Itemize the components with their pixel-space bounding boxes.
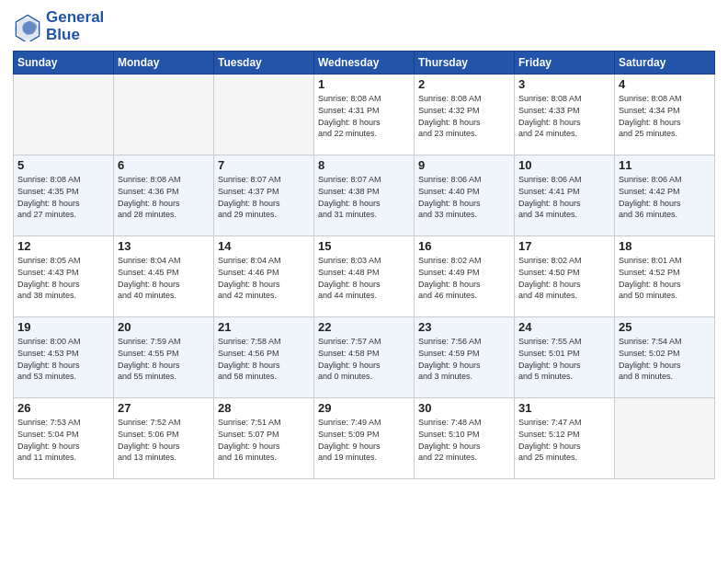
day-info: Sunrise: 7:57 AM Sunset: 4:58 PM Dayligh… xyxy=(318,336,410,382)
day-number: 18 xyxy=(619,239,711,253)
day-cell: 14Sunrise: 8:04 AM Sunset: 4:46 PM Dayli… xyxy=(214,236,314,317)
day-number: 16 xyxy=(418,239,510,253)
day-cell: 25Sunrise: 7:54 AM Sunset: 5:02 PM Dayli… xyxy=(615,317,715,398)
day-number: 14 xyxy=(218,239,310,253)
logo: General Blue xyxy=(13,9,104,43)
day-cell: 27Sunrise: 7:52 AM Sunset: 5:06 PM Dayli… xyxy=(114,398,214,479)
day-info: Sunrise: 7:52 AM Sunset: 5:06 PM Dayligh… xyxy=(118,417,210,463)
day-number: 12 xyxy=(17,239,109,253)
day-number: 2 xyxy=(418,77,510,91)
day-info: Sunrise: 7:56 AM Sunset: 4:59 PM Dayligh… xyxy=(418,336,510,382)
day-number: 15 xyxy=(318,239,410,253)
logo-text: General Blue xyxy=(46,9,104,43)
day-cell: 24Sunrise: 7:55 AM Sunset: 5:01 PM Dayli… xyxy=(515,317,615,398)
day-number: 24 xyxy=(518,320,610,334)
day-cell: 8Sunrise: 8:07 AM Sunset: 4:38 PM Daylig… xyxy=(314,155,415,236)
day-number: 20 xyxy=(118,320,210,334)
day-info: Sunrise: 7:55 AM Sunset: 5:01 PM Dayligh… xyxy=(518,336,610,382)
day-info: Sunrise: 8:07 AM Sunset: 4:37 PM Dayligh… xyxy=(218,174,310,220)
day-info: Sunrise: 8:08 AM Sunset: 4:32 PM Dayligh… xyxy=(418,93,510,139)
day-number: 31 xyxy=(518,401,610,415)
day-cell: 10Sunrise: 8:06 AM Sunset: 4:41 PM Dayli… xyxy=(515,155,615,236)
day-info: Sunrise: 7:59 AM Sunset: 4:55 PM Dayligh… xyxy=(118,336,210,382)
day-cell: 21Sunrise: 7:58 AM Sunset: 4:56 PM Dayli… xyxy=(214,317,314,398)
day-number: 23 xyxy=(418,320,510,334)
day-cell: 11Sunrise: 8:06 AM Sunset: 4:42 PM Dayli… xyxy=(615,155,715,236)
day-number: 8 xyxy=(318,158,410,172)
day-cell: 18Sunrise: 8:01 AM Sunset: 4:52 PM Dayli… xyxy=(615,236,715,317)
day-number: 29 xyxy=(318,401,410,415)
day-number: 11 xyxy=(619,158,711,172)
day-cell: 6Sunrise: 8:08 AM Sunset: 4:36 PM Daylig… xyxy=(114,155,214,236)
day-info: Sunrise: 8:08 AM Sunset: 4:31 PM Dayligh… xyxy=(318,93,410,139)
day-info: Sunrise: 8:07 AM Sunset: 4:38 PM Dayligh… xyxy=(318,174,410,220)
day-number: 22 xyxy=(318,320,410,334)
day-number: 28 xyxy=(218,401,310,415)
day-cell xyxy=(214,75,314,155)
calendar-table: SundayMondayTuesdayWednesdayThursdayFrid… xyxy=(13,51,715,479)
week-row-5: 26Sunrise: 7:53 AM Sunset: 5:04 PM Dayli… xyxy=(14,398,715,479)
day-number: 19 xyxy=(17,320,109,334)
day-info: Sunrise: 8:06 AM Sunset: 4:40 PM Dayligh… xyxy=(418,174,510,220)
day-number: 5 xyxy=(17,158,109,172)
col-header-monday: Monday xyxy=(114,52,214,75)
week-row-3: 12Sunrise: 8:05 AM Sunset: 4:43 PM Dayli… xyxy=(14,236,715,317)
day-info: Sunrise: 8:08 AM Sunset: 4:35 PM Dayligh… xyxy=(17,174,109,220)
day-cell: 1Sunrise: 8:08 AM Sunset: 4:31 PM Daylig… xyxy=(314,75,415,155)
week-row-4: 19Sunrise: 8:00 AM Sunset: 4:53 PM Dayli… xyxy=(14,317,715,398)
day-info: Sunrise: 8:08 AM Sunset: 4:36 PM Dayligh… xyxy=(118,174,210,220)
col-header-saturday: Saturday xyxy=(615,52,715,75)
day-cell: 31Sunrise: 7:47 AM Sunset: 5:12 PM Dayli… xyxy=(515,398,615,479)
logo-icon xyxy=(13,12,42,41)
day-cell: 17Sunrise: 8:02 AM Sunset: 4:50 PM Dayli… xyxy=(515,236,615,317)
day-cell: 23Sunrise: 7:56 AM Sunset: 4:59 PM Dayli… xyxy=(415,317,515,398)
day-number: 10 xyxy=(518,158,610,172)
day-cell: 2Sunrise: 8:08 AM Sunset: 4:32 PM Daylig… xyxy=(415,75,515,155)
day-number: 9 xyxy=(418,158,510,172)
day-info: Sunrise: 7:53 AM Sunset: 5:04 PM Dayligh… xyxy=(17,417,109,463)
day-cell: 3Sunrise: 8:08 AM Sunset: 4:33 PM Daylig… xyxy=(515,75,615,155)
day-info: Sunrise: 8:02 AM Sunset: 4:50 PM Dayligh… xyxy=(518,255,610,301)
day-number: 4 xyxy=(619,77,711,91)
day-info: Sunrise: 8:06 AM Sunset: 4:41 PM Dayligh… xyxy=(518,174,610,220)
day-cell: 12Sunrise: 8:05 AM Sunset: 4:43 PM Dayli… xyxy=(14,236,114,317)
day-cell: 30Sunrise: 7:48 AM Sunset: 5:10 PM Dayli… xyxy=(415,398,515,479)
page: General Blue SundayMondayTuesdayWednesda… xyxy=(0,0,728,563)
day-cell: 22Sunrise: 7:57 AM Sunset: 4:58 PM Dayli… xyxy=(314,317,415,398)
day-cell xyxy=(14,75,114,155)
day-info: Sunrise: 8:08 AM Sunset: 4:34 PM Dayligh… xyxy=(619,93,711,139)
day-info: Sunrise: 8:08 AM Sunset: 4:33 PM Dayligh… xyxy=(518,93,610,139)
day-cell xyxy=(114,75,214,155)
day-info: Sunrise: 7:51 AM Sunset: 5:07 PM Dayligh… xyxy=(218,417,310,463)
day-number: 25 xyxy=(619,320,711,334)
day-cell: 4Sunrise: 8:08 AM Sunset: 4:34 PM Daylig… xyxy=(615,75,715,155)
day-number: 13 xyxy=(118,239,210,253)
day-info: Sunrise: 8:04 AM Sunset: 4:46 PM Dayligh… xyxy=(218,255,310,301)
day-number: 1 xyxy=(318,77,410,91)
day-info: Sunrise: 8:05 AM Sunset: 4:43 PM Dayligh… xyxy=(17,255,109,301)
day-cell xyxy=(615,398,715,479)
day-cell: 9Sunrise: 8:06 AM Sunset: 4:40 PM Daylig… xyxy=(415,155,515,236)
col-header-tuesday: Tuesday xyxy=(214,52,314,75)
day-cell: 19Sunrise: 8:00 AM Sunset: 4:53 PM Dayli… xyxy=(14,317,114,398)
day-cell: 5Sunrise: 8:08 AM Sunset: 4:35 PM Daylig… xyxy=(14,155,114,236)
day-number: 17 xyxy=(518,239,610,253)
day-cell: 20Sunrise: 7:59 AM Sunset: 4:55 PM Dayli… xyxy=(114,317,214,398)
day-info: Sunrise: 8:06 AM Sunset: 4:42 PM Dayligh… xyxy=(619,174,711,220)
day-number: 26 xyxy=(17,401,109,415)
day-number: 21 xyxy=(218,320,310,334)
day-info: Sunrise: 7:58 AM Sunset: 4:56 PM Dayligh… xyxy=(218,336,310,382)
header: General Blue xyxy=(13,9,715,43)
day-info: Sunrise: 8:02 AM Sunset: 4:49 PM Dayligh… xyxy=(418,255,510,301)
day-info: Sunrise: 8:04 AM Sunset: 4:45 PM Dayligh… xyxy=(118,255,210,301)
col-header-friday: Friday xyxy=(515,52,615,75)
day-number: 6 xyxy=(118,158,210,172)
day-number: 3 xyxy=(518,77,610,91)
day-info: Sunrise: 8:03 AM Sunset: 4:48 PM Dayligh… xyxy=(318,255,410,301)
day-info: Sunrise: 8:01 AM Sunset: 4:52 PM Dayligh… xyxy=(619,255,711,301)
week-row-2: 5Sunrise: 8:08 AM Sunset: 4:35 PM Daylig… xyxy=(14,155,715,236)
day-cell: 15Sunrise: 8:03 AM Sunset: 4:48 PM Dayli… xyxy=(314,236,415,317)
col-header-wednesday: Wednesday xyxy=(314,52,415,75)
day-info: Sunrise: 7:49 AM Sunset: 5:09 PM Dayligh… xyxy=(318,417,410,463)
day-info: Sunrise: 8:00 AM Sunset: 4:53 PM Dayligh… xyxy=(17,336,109,382)
